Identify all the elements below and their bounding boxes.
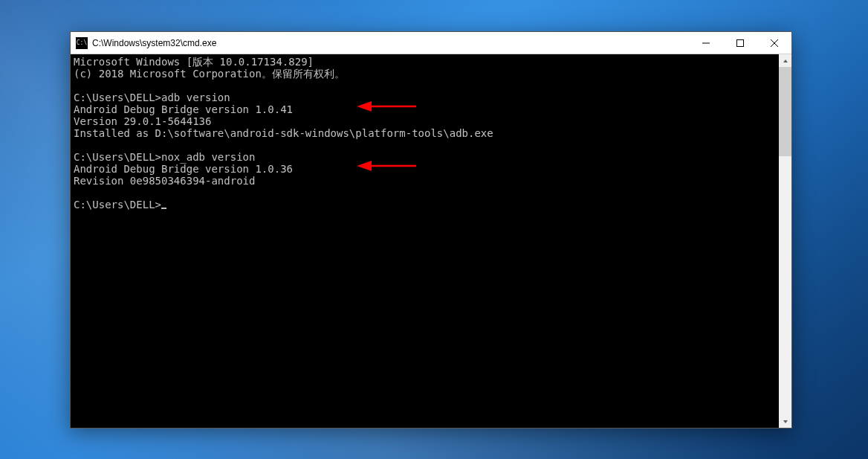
minimize-button[interactable] xyxy=(689,32,723,54)
cursor xyxy=(161,208,166,209)
window-controls xyxy=(689,32,791,54)
scroll-down-button[interactable] xyxy=(779,415,791,428)
console-area[interactable]: Microsoft Windows [版本 10.0.17134.829] (c… xyxy=(71,54,791,428)
svg-marker-5 xyxy=(783,420,788,423)
scroll-up-button[interactable] xyxy=(779,54,791,67)
cmd-window: C:\ C:\Windows\system32\cmd.exe Microsof… xyxy=(70,31,792,428)
svg-rect-1 xyxy=(737,39,744,46)
vertical-scrollbar[interactable] xyxy=(779,54,791,428)
maximize-button[interactable] xyxy=(723,32,757,54)
scroll-thumb[interactable] xyxy=(779,67,791,156)
desktop-background: C:\ C:\Windows\system32\cmd.exe Microsof… xyxy=(0,0,868,459)
cmd-icon: C:\ xyxy=(76,37,88,49)
titlebar[interactable]: C:\ C:\Windows\system32\cmd.exe xyxy=(71,32,791,54)
window-title: C:\Windows\system32\cmd.exe xyxy=(92,38,689,48)
scroll-track[interactable] xyxy=(779,67,791,415)
svg-marker-4 xyxy=(783,60,788,62)
close-button[interactable] xyxy=(757,32,791,54)
console-output: Microsoft Windows [版本 10.0.17134.829] (c… xyxy=(71,54,779,428)
